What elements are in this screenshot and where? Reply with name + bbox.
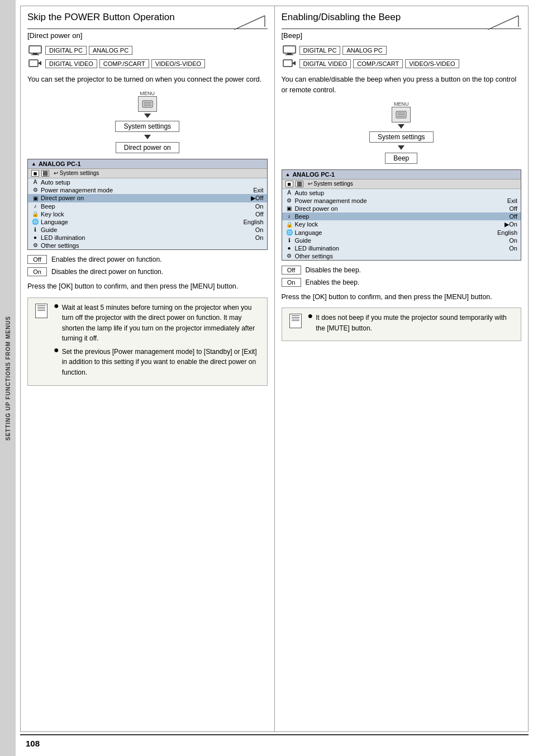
sidebar-label: SETTING UP FUNCTIONS FROM MENUS: [5, 315, 11, 440]
right-input-selector: DIGITAL PC ANALOG PC DIGITAL VIDEO COMP.…: [282, 44, 522, 70]
note-item-1: ●Set the previous [Power management mode…: [54, 347, 261, 378]
analog-pc-btn-right[interactable]: ANALOG PC: [342, 46, 386, 55]
settings-row-1: ⚙Power management modeExit: [282, 197, 521, 205]
digital-pc-btn-left[interactable]: DIGITAL PC: [45, 46, 87, 55]
right-ok-text: Press the [OK] button to confirm, and th…: [282, 292, 522, 303]
left-note-icon: [34, 303, 49, 319]
left-settings-panel: ▲ ANALOG PC-1 ■ ▦ ↩ System settings AAut…: [27, 159, 268, 250]
row-label-6: Guide: [295, 237, 311, 244]
svg-marker-17: [292, 61, 296, 65]
right-description: You can enable/disable the beep when you…: [282, 74, 522, 96]
row-label-2: Direct power on: [295, 205, 338, 212]
row-icon-1: ⚙: [285, 197, 293, 204]
value-desc-row-1: OnEnables the beep.: [282, 277, 522, 287]
right-toolbar-icon-2: ▦: [296, 181, 303, 187]
digital-video-btn-left[interactable]: DIGITAL VIDEO: [45, 59, 97, 68]
settings-row-8: ⚙Other settings: [28, 242, 267, 249]
left-panel-rows: AAuto setup⚙Power management modeExit▣Di…: [28, 178, 267, 249]
row-label-0: Auto setup: [295, 190, 325, 196]
toolbar-icon-2: ▦: [41, 170, 49, 177]
row-icon-2: ▣: [31, 195, 39, 201]
svg-rect-3: [33, 53, 37, 54]
value-text-1: Disables the direct power on function.: [51, 267, 163, 277]
right-pc-icon: [282, 44, 297, 56]
value-text-0: Enables the direct power on function.: [51, 254, 161, 264]
row-label-5: Language: [295, 229, 322, 236]
row-label-7: LED illumination: [41, 234, 85, 241]
right-note-box: ●It does not beep if you mute the projec…: [282, 308, 522, 341]
row-label-0: Auto setup: [41, 179, 70, 186]
video-svideo-btn-right[interactable]: VIDEO/S-VIDEO: [405, 59, 459, 68]
right-value-desc: OffDisables the beep.OnEnables the beep.: [282, 265, 522, 287]
arrow-2-right: [398, 145, 404, 150]
main-content: Skip the POWER Button Operation [Direct …: [16, 0, 533, 756]
right-section-subtitle: [Beep]: [282, 31, 522, 40]
left-input-selector: DIGITAL PC ANALOG PC DIGITAL VIDEO COMP.…: [27, 44, 268, 70]
settings-row-6: ℹGuideOn: [28, 226, 267, 234]
row-label-3: Beep: [295, 213, 310, 220]
row-icon-5: 🌐: [31, 219, 39, 225]
flow-box-direct-left: Direct power on: [116, 142, 179, 153]
arrow-2-left: [144, 135, 151, 139]
left-note-content: ●Wait at least 5 minutes before turning …: [54, 303, 261, 381]
row-icon-6: ℹ: [285, 237, 293, 243]
settings-row-0: AAuto setup: [282, 189, 521, 197]
left-column: Skip the POWER Button Operation [Direct …: [21, 6, 275, 731]
menu-icon-box-left: [138, 96, 157, 112]
columns: Skip the POWER Button Operation [Direct …: [20, 6, 529, 732]
left-description: You can set the projector to be turned o…: [27, 74, 268, 85]
right-input-row-2: DIGITAL VIDEO COMP./SCART VIDEO/S-VIDEO: [282, 58, 522, 70]
right-input-row-1: DIGITAL PC ANALOG PC: [282, 44, 522, 56]
row-label-1: Power management mode: [295, 197, 367, 204]
flow-box-beep-right: Beep: [385, 153, 417, 164]
flow-box-system-left: System settings: [115, 121, 179, 132]
right-toolbar-label: System settings: [313, 181, 353, 187]
svg-line-0: [234, 16, 265, 30]
right-panel-header: ▲ ANALOG PC-1: [282, 170, 521, 179]
row-icon-8: ⚙: [31, 242, 39, 248]
value-desc-row-0: OffDisables the beep.: [282, 265, 522, 275]
settings-row-0: AAuto setup: [28, 178, 267, 186]
settings-row-5: 🌐LanguageEnglish: [28, 218, 267, 226]
note-item-0: ●It does not beep if you mute the projec…: [308, 313, 516, 333]
value-box-0: Off: [282, 266, 301, 275]
analog-pc-btn-left[interactable]: ANALOG PC: [89, 46, 132, 55]
digital-video-btn-right[interactable]: DIGITAL VIDEO: [299, 59, 351, 68]
note-text-0: Wait at least 5 minutes before turning o…: [62, 303, 261, 344]
video-svideo-btn-left[interactable]: VIDEO/S-VIDEO: [151, 59, 206, 68]
right-column: Enabling/Disabling the Beep [Beep]: [275, 6, 529, 731]
svg-rect-2: [29, 46, 41, 53]
row-label-8: Other settings: [41, 242, 79, 249]
digital-pc-btn-right[interactable]: DIGITAL PC: [299, 46, 341, 55]
comp-scart-btn-right[interactable]: COMP./SCART: [353, 59, 403, 68]
page-number: 108: [26, 739, 40, 748]
settings-row-6: ℹGuideOn: [282, 237, 521, 244]
row-icon-7: ●: [285, 245, 293, 251]
video-icon: [27, 58, 43, 70]
right-menu-label: MENU: [394, 101, 409, 107]
flow-box-system-right: System settings: [369, 131, 434, 143]
settings-row-1: ⚙Power management modeExit: [28, 186, 267, 194]
row-icon-6: ℹ: [31, 226, 39, 233]
value-desc-row-1: OnDisables the direct power on function.: [27, 267, 268, 277]
row-label-8: Other settings: [295, 253, 333, 259]
settings-row-8: ⚙Other settings: [282, 252, 521, 260]
row-icon-3: ♪: [285, 213, 293, 219]
row-label-2: Direct power on: [41, 195, 84, 201]
page-container: SETTING UP FUNCTIONS FROM MENUS Skip the…: [0, 0, 533, 756]
comp-scart-btn-left[interactable]: COMP./SCART: [99, 59, 149, 68]
row-label-3: Beep: [41, 203, 55, 210]
right-note-content: ●It does not beep if you mute the projec…: [308, 313, 516, 336]
arrow-1-right: [398, 124, 404, 129]
svg-rect-13: [283, 46, 296, 53]
svg-line-11: [488, 16, 518, 30]
menu-icon-wrap-left: MENU: [138, 91, 157, 112]
page-footer: 108: [20, 734, 529, 752]
left-menu-flow: MENU System settings Di: [27, 91, 268, 154]
settings-row-4: 🔒Key lock▶On: [282, 220, 521, 229]
svg-rect-16: [283, 60, 292, 67]
svg-marker-6: [38, 61, 41, 65]
right-menu-icon-box: [392, 107, 411, 122]
svg-rect-14: [287, 53, 292, 54]
note-item-0: ●Wait at least 5 minutes before turning …: [54, 303, 261, 344]
